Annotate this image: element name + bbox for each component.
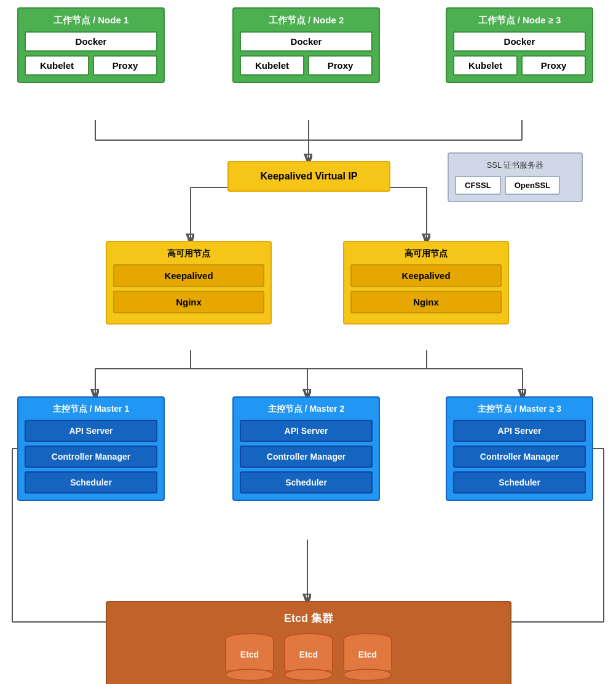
master1-sched: Scheduler <box>25 471 157 493</box>
etcd-title: Etcd 集群 <box>116 611 502 626</box>
etcd-node-3: Etcd <box>343 633 392 681</box>
ssl-openssl: OpenSSL <box>505 176 561 195</box>
master-3-title: 主控节点 / Master ≥ 3 <box>453 404 586 415</box>
ha-node-1: 高可用节点 Keepalived Nginx <box>106 241 272 324</box>
master1-api: API Server <box>25 420 157 442</box>
master-node-1: 主控节点 / Master 1 API Server Controller Ma… <box>17 396 165 501</box>
ha1-keepalived: Keepalived <box>113 264 264 287</box>
master3-cm: Controller Manager <box>453 446 586 468</box>
master2-sched: Scheduler <box>240 471 373 493</box>
ha1-nginx: Nginx <box>113 291 264 313</box>
etcd1-body: Etcd <box>225 639 274 670</box>
etcd3-body: Etcd <box>343 639 392 670</box>
master3-api: API Server <box>453 420 586 442</box>
worker-node-2-title: 工作节点 / Node 2 <box>240 15 373 26</box>
master-node-2: 主控节点 / Master 2 API Server Controller Ma… <box>232 396 380 501</box>
node2-kubelet: Kubelet <box>240 55 304 76</box>
etcd2-bottom <box>284 669 333 681</box>
master2-api: API Server <box>240 420 373 442</box>
master1-cm: Controller Manager <box>25 446 157 468</box>
ssl-title: SSL 证书服务器 <box>455 160 575 171</box>
keepalived-vip: Keepalived Virtual IP <box>227 161 390 192</box>
etcd-cluster: Etcd 集群 Etcd Etcd Etcd <box>106 601 511 684</box>
master2-cm: Controller Manager <box>240 446 373 468</box>
etcd2-body: Etcd <box>284 639 333 670</box>
master3-sched: Scheduler <box>453 471 586 493</box>
worker-node-1: 工作节点 / Node 1 Docker Kubelet Proxy <box>17 7 165 83</box>
ha-node-2-title: 高可用节点 <box>350 248 502 259</box>
node1-kubelet: Kubelet <box>25 55 89 76</box>
ha2-keepalived: Keepalived <box>350 264 502 287</box>
etcd3-bottom <box>343 669 392 681</box>
master-1-title: 主控节点 / Master 1 <box>25 404 157 415</box>
worker-node-1-title: 工作节点 / Node 1 <box>25 15 157 26</box>
master-2-title: 主控节点 / Master 2 <box>240 404 373 415</box>
ha-node-1-title: 高可用节点 <box>113 248 264 259</box>
node1-proxy: Proxy <box>93 55 157 76</box>
etcd-node-2: Etcd <box>284 633 333 681</box>
node3-kubelet: Kubelet <box>453 55 518 76</box>
node3-proxy: Proxy <box>521 55 586 76</box>
etcd1-bottom <box>225 669 274 681</box>
ha-node-2: 高可用节点 Keepalived Nginx <box>343 241 509 324</box>
node2-docker: Docker <box>240 31 373 52</box>
worker-node-3-title: 工作节点 / Node ≥ 3 <box>453 15 586 26</box>
worker-node-2: 工作节点 / Node 2 Docker Kubelet Proxy <box>232 7 380 83</box>
worker-node-3: 工作节点 / Node ≥ 3 Docker Kubelet Proxy <box>446 7 593 83</box>
ssl-cfssl: CFSSL <box>455 176 501 195</box>
node1-docker: Docker <box>25 31 157 52</box>
master-node-3: 主控节点 / Master ≥ 3 API Server Controller … <box>446 396 593 501</box>
node2-proxy: Proxy <box>308 55 373 76</box>
etcd-node-1: Etcd <box>225 633 274 681</box>
node3-docker: Docker <box>453 31 586 52</box>
ha2-nginx: Nginx <box>350 291 502 313</box>
ssl-server-box: SSL 证书服务器 CFSSL OpenSSL <box>448 152 583 202</box>
